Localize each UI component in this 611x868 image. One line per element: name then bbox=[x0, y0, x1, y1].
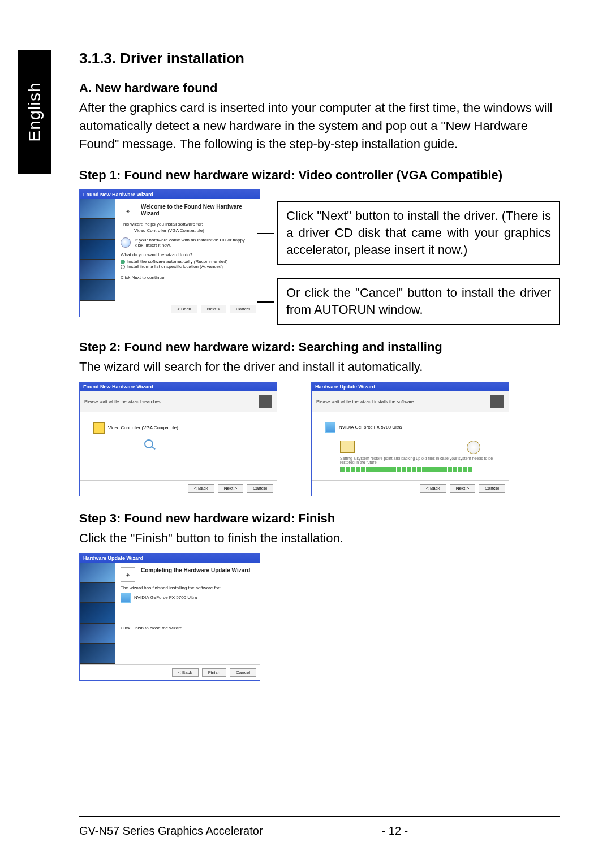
wizard2b-titlebar: Hardware Update Wizard bbox=[312, 382, 509, 391]
wizard-logo-icon: ◈ bbox=[121, 567, 135, 582]
cd-icon bbox=[121, 237, 131, 248]
folder-icon bbox=[340, 441, 355, 453]
language-tab: English bbox=[18, 50, 51, 174]
wizard2b-dialog: Hardware Update Wizard Please wait while… bbox=[311, 382, 509, 496]
language-label: English bbox=[25, 82, 44, 141]
wizard3-title: Completing the Hardware Update Wizard bbox=[141, 567, 254, 574]
wizard1-next-button[interactable]: Next > bbox=[201, 305, 226, 313]
wizard1-opt1: Install the software automatically (Reco… bbox=[127, 259, 227, 264]
device-icon bbox=[93, 422, 105, 434]
wizard3-back-button[interactable]: < Back bbox=[172, 668, 199, 677]
wizard-logo-icon bbox=[490, 395, 504, 408]
wizard1-title: Welcome to the Found New Hardware Wizard bbox=[141, 204, 254, 217]
chip-icon bbox=[121, 593, 131, 603]
wizard1-titlebar: Found New Hardware Wizard bbox=[80, 190, 260, 199]
radio-auto[interactable] bbox=[121, 260, 125, 264]
callout-next: Click "Next" button to install the drive… bbox=[277, 201, 560, 265]
section-heading: 3.1.3. Driver installation bbox=[79, 50, 560, 67]
wizard2a-dialog: Found New Hardware Wizard Please wait wh… bbox=[79, 382, 277, 496]
wizard1-prompt: What do you want the wizard to do? bbox=[121, 252, 254, 257]
search-icon bbox=[144, 439, 153, 448]
wizard1-opt2: Install from a list or specific location… bbox=[127, 264, 223, 269]
subsection-a-body: After the graphics card is inserted into… bbox=[79, 99, 560, 153]
wizard-logo-icon bbox=[259, 395, 272, 408]
wizard3-close-hint: Click Finish to close the wizard. bbox=[121, 625, 254, 631]
step2-body: The wizard will search for the driver an… bbox=[79, 358, 560, 376]
wizard2a-titlebar: Found New Hardware Wizard bbox=[80, 382, 277, 391]
radio-advanced[interactable] bbox=[121, 265, 125, 269]
wizard3-finish-button[interactable]: Finish bbox=[202, 668, 226, 677]
wizard2b-device: NVIDIA GeForce FX 5700 Ultra bbox=[339, 425, 402, 430]
wizard2a-device: Video Controller (VGA Compatible) bbox=[108, 425, 178, 430]
wizard-logo-icon: ◈ bbox=[121, 204, 135, 218]
progress-bar bbox=[340, 467, 472, 472]
chip-icon bbox=[325, 422, 335, 433]
callout-cancel: Or click the "Cancel" button to install … bbox=[277, 278, 560, 325]
wizard3-device: NVIDIA GeForce FX 5700 Ultra bbox=[134, 595, 197, 600]
wizard1-cd-hint: If your hardware came with an installati… bbox=[135, 237, 254, 248]
wizard3-cancel-button[interactable]: Cancel bbox=[230, 668, 256, 677]
wizard1-line2: Video Controller (VGA Compatible) bbox=[134, 228, 254, 233]
wizard2b-back-button[interactable]: < Back bbox=[420, 484, 446, 493]
cd-icon bbox=[467, 441, 480, 454]
wizard2b-next-button[interactable]: Next > bbox=[450, 484, 475, 493]
wizard1-back-button[interactable]: < Back bbox=[171, 305, 197, 313]
wizard2a-back-button[interactable]: < Back bbox=[188, 484, 214, 493]
wizard2b-copy-label: Setting a system restore point and backi… bbox=[340, 456, 495, 464]
footer-text: GV-N57 Series Graphics Accelerator bbox=[79, 824, 263, 837]
wizard2a-subtitle: Please wait while the wizard searches... bbox=[84, 399, 164, 404]
step2-heading: Step 2: Found new hardware wizard: Searc… bbox=[79, 340, 560, 355]
wizard3-dialog: Hardware Update Wizard ◈ Completing the … bbox=[79, 553, 260, 681]
step3-body: Click the "Finish" button to finish the … bbox=[79, 529, 560, 547]
wizard1-cancel-button[interactable]: Cancel bbox=[230, 305, 256, 313]
wizard1-line1: This wizard helps you install software f… bbox=[121, 222, 254, 227]
wizard2a-next-button[interactable]: Next > bbox=[218, 484, 243, 493]
step1-heading: Step 1: Found new hardware wizard: Video… bbox=[79, 168, 560, 183]
wizard3-line1: The wizard has finished installing the s… bbox=[121, 585, 254, 590]
step3-heading: Step 3: Found new hardware wizard: Finis… bbox=[79, 511, 560, 526]
wizard3-titlebar: Hardware Update Wizard bbox=[80, 554, 260, 563]
wizard1-continue: Click Next to continue. bbox=[121, 275, 254, 280]
wizard1-dialog: Found New Hardware Wizard ◈ Welcome to t… bbox=[79, 189, 260, 317]
wizard2b-cancel-button[interactable]: Cancel bbox=[479, 484, 505, 493]
page-number: - 12 - bbox=[382, 824, 408, 837]
wizard2a-cancel-button[interactable]: Cancel bbox=[247, 484, 273, 493]
wizard2b-subtitle: Please wait while the wizard installs th… bbox=[316, 399, 418, 404]
subsection-a-heading: A. New hardware found bbox=[79, 81, 560, 96]
